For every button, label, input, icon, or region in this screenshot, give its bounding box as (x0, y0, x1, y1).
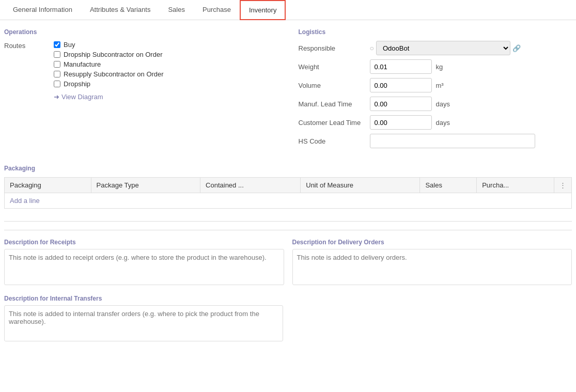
desc-receipts-col: Description for Receipts (4, 239, 284, 287)
add-line-cell: Add a line (5, 193, 572, 209)
packaging-header-row: Packaging Package Type Contained ... Uni… (5, 178, 572, 193)
route-dropship-checkbox[interactable] (54, 81, 60, 87)
view-diagram-link[interactable]: ➜ View Diagram (54, 93, 164, 101)
manuf-lead-row: Manuf. Lead Time days (299, 97, 572, 111)
packaging-table: Packaging Package Type Contained ... Uni… (4, 177, 572, 209)
divider-2 (4, 230, 572, 230)
col-contained: Contained ... (200, 178, 301, 193)
tab-inventory[interactable]: Inventory (240, 0, 286, 20)
col-package-type: Package Type (91, 178, 200, 193)
col-actions: ⋮ (554, 178, 572, 193)
col-unit-of-measure: Unit of Measure (301, 178, 420, 193)
external-link-icon[interactable]: 🔗 (512, 44, 521, 52)
customer-lead-input[interactable] (370, 115, 432, 130)
route-dropship-subcontractor-label: Dropship Subcontractor on Order (64, 51, 162, 58)
logistics-section: Logistics Responsible ○ OdooBot 🔗 Weight… (299, 28, 572, 152)
operations-title: Operations (4, 28, 278, 36)
route-resupply-subcontractor-label: Resupply Subcontractor on Order (64, 70, 164, 78)
route-manufacture: Manufacture (54, 60, 164, 68)
route-manufacture-label: Manufacture (64, 60, 101, 68)
route-dropship-subcontractor: Dropship Subcontractor on Order (54, 51, 164, 58)
manuf-lead-label: Manuf. Lead Time (299, 100, 366, 108)
table-row: Add a line (5, 193, 572, 209)
tab-attributes-variants[interactable]: Attributes & Variants (81, 0, 160, 20)
tab-sales[interactable]: Sales (159, 0, 194, 20)
receipts-textarea[interactable] (4, 249, 284, 285)
packaging-section: Packaging Packaging Package Type Contain… (4, 165, 572, 209)
routes-label: Routes (4, 41, 45, 50)
responsible-circle-icon: ○ (370, 44, 374, 52)
route-buy: Buy (54, 41, 164, 49)
col-purchase: Purcha... (477, 178, 554, 193)
route-buy-checkbox[interactable] (54, 41, 60, 48)
delivery-title: Description for Delivery Orders (292, 239, 572, 246)
tab-purchase[interactable]: Purchase (194, 0, 240, 20)
manuf-lead-input[interactable] (370, 97, 432, 111)
responsible-input-wrap: ○ OdooBot 🔗 (370, 41, 521, 55)
hs-code-row: HS Code (299, 134, 572, 148)
view-diagram-label: View Diagram (61, 93, 103, 101)
weight-unit: kg (436, 63, 443, 71)
route-dropship-label: Dropship (64, 80, 90, 88)
kebab-icon[interactable]: ⋮ (559, 181, 566, 189)
route-resupply-subcontractor-checkbox[interactable] (54, 71, 60, 77)
manuf-lead-unit: days (436, 100, 450, 108)
desc-internal-section: Description for Internal Transfers (4, 295, 572, 343)
internal-title: Description for Internal Transfers (4, 295, 572, 302)
customer-lead-row: Customer Lead Time days (299, 115, 572, 130)
receipts-title: Description for Receipts (4, 239, 284, 246)
volume-input[interactable] (370, 78, 432, 92)
routes-options: Buy Dropship Subcontractor on Order Manu… (54, 41, 164, 101)
route-manufacture-checkbox[interactable] (54, 61, 60, 68)
packaging-tbody: Add a line (5, 193, 572, 209)
internal-textarea[interactable] (4, 305, 283, 341)
tab-general-information[interactable]: General Information (4, 0, 81, 20)
arrow-right-icon: ➜ (54, 93, 59, 101)
route-dropship-subcontractor-checkbox[interactable] (54, 51, 60, 58)
logistics-title: Logistics (299, 28, 572, 36)
hs-code-label: HS Code (299, 137, 366, 145)
add-line-button[interactable]: Add a line (10, 197, 40, 205)
hs-code-input[interactable] (370, 134, 535, 148)
packaging-title: Packaging (4, 165, 572, 172)
responsible-select[interactable]: OdooBot (376, 41, 510, 55)
weight-row: Weight kg (299, 59, 572, 74)
divider-1 (4, 221, 572, 222)
desc-receipts-delivery: Description for Receipts Description for… (4, 239, 572, 287)
volume-label: Volume (299, 82, 366, 89)
route-buy-label: Buy (64, 41, 75, 49)
operations-logistics-section: Operations Routes Buy Dropship Subcontra… (4, 28, 572, 152)
packaging-thead: Packaging Package Type Contained ... Uni… (5, 178, 572, 193)
weight-label: Weight (299, 63, 366, 71)
delivery-textarea[interactable] (292, 249, 572, 285)
tab-bar: General Information Attributes & Variant… (0, 0, 576, 20)
desc-delivery-col: Description for Delivery Orders (292, 239, 572, 287)
customer-lead-unit: days (436, 119, 450, 127)
col-packaging: Packaging (5, 178, 91, 193)
main-content: Operations Routes Buy Dropship Subcontra… (0, 20, 576, 359)
route-resupply-subcontractor: Resupply Subcontractor on Order (54, 70, 164, 78)
operations-section: Operations Routes Buy Dropship Subcontra… (4, 28, 278, 152)
volume-row: Volume m³ (299, 78, 572, 92)
route-dropship: Dropship (54, 80, 164, 88)
customer-lead-label: Customer Lead Time (299, 119, 366, 127)
weight-input[interactable] (370, 59, 432, 74)
responsible-label: Responsible (299, 44, 366, 52)
col-sales: Sales (420, 178, 477, 193)
responsible-row: Responsible ○ OdooBot 🔗 (299, 41, 572, 55)
routes-row: Routes Buy Dropship Subcontractor on Ord… (4, 41, 278, 101)
volume-unit: m³ (436, 82, 444, 89)
